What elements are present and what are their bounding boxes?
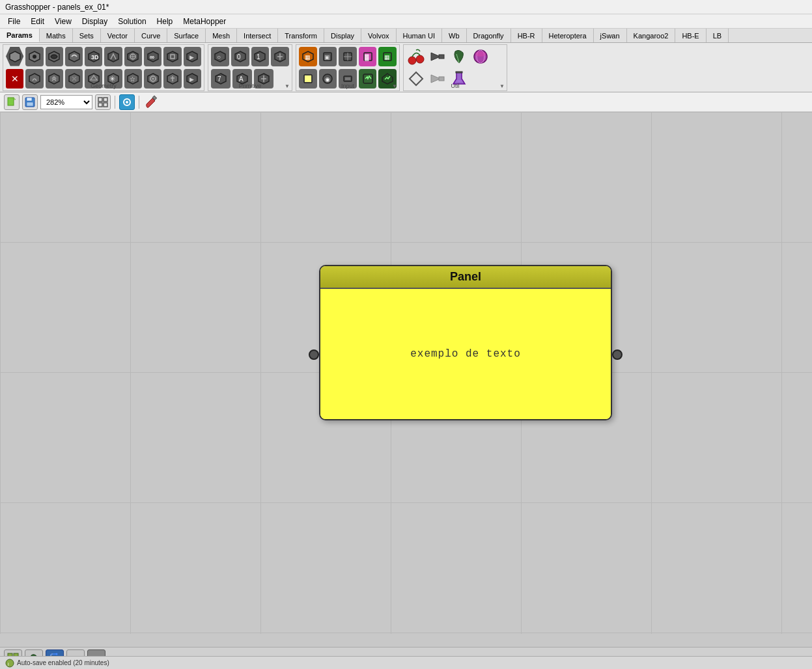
svg-text:▶: ▶ bbox=[189, 54, 194, 61]
tab-heteroptera[interactable]: Heteroptera bbox=[542, 29, 594, 42]
input-icon-4[interactable]: ▓ bbox=[359, 47, 377, 66]
tab-surface[interactable]: Surface bbox=[167, 29, 206, 42]
panel-input-connector[interactable] bbox=[309, 349, 319, 360]
app-title: Grasshopper - panels_ex_01* bbox=[5, 3, 109, 12]
gh-panel-wrapper: Panel exemplo de texto bbox=[319, 265, 612, 420]
svg-point-67 bbox=[416, 55, 424, 63]
svg-marker-5 bbox=[69, 51, 79, 62]
paint-button[interactable] bbox=[143, 94, 159, 110]
svg-rect-58 bbox=[305, 75, 311, 82]
tab-kangaroo2[interactable]: Kangaroo2 bbox=[627, 29, 676, 42]
gh-panel-body[interactable]: exemplo de texto bbox=[320, 289, 611, 419]
geom-icon-4[interactable] bbox=[65, 47, 83, 66]
main-toolbar: 3D ∞ ▶ ✕ bbox=[0, 43, 812, 92]
prim-icon-4[interactable] bbox=[271, 47, 289, 66]
view-button[interactable] bbox=[119, 94, 135, 110]
svg-text:i: i bbox=[8, 661, 9, 667]
svg-rect-84 bbox=[98, 103, 102, 107]
svg-point-4 bbox=[51, 55, 57, 59]
svg-rect-75 bbox=[439, 77, 444, 81]
tab-bar: Params Maths Sets Vector Curve Surface M… bbox=[0, 29, 812, 43]
geom-icon-2[interactable] bbox=[25, 47, 43, 66]
menu-metahopper[interactable]: MetaHopper bbox=[178, 16, 231, 27]
tab-humanui[interactable]: Human UI bbox=[397, 29, 443, 42]
primitive-group: ○ 0 1 7 A Primitive ▼ bbox=[208, 44, 292, 91]
svg-rect-61 bbox=[344, 76, 352, 81]
util-icon-leaf[interactable] bbox=[449, 47, 469, 66]
tab-volvox[interactable]: Volvox bbox=[361, 29, 396, 42]
tab-curve[interactable]: Curve bbox=[135, 29, 167, 42]
prim-icon-2[interactable]: 0 bbox=[231, 47, 249, 66]
geom-icon-8[interactable]: ∞ bbox=[144, 47, 161, 66]
tab-display[interactable]: Display bbox=[324, 29, 361, 42]
util-icon-arrow[interactable] bbox=[428, 47, 447, 66]
svg-rect-81 bbox=[27, 102, 33, 106]
svg-text:3D: 3D bbox=[91, 54, 99, 61]
gh-panel-component[interactable]: Panel exemplo de texto bbox=[319, 265, 612, 444]
geom-icon-10[interactable]: ▶ bbox=[184, 47, 201, 66]
svg-text:◉: ◉ bbox=[325, 76, 330, 83]
input-icon-1[interactable]: ▦ bbox=[299, 47, 317, 66]
prim-icon-3[interactable]: 1 bbox=[251, 47, 270, 66]
util-icon-cherry[interactable] bbox=[406, 47, 426, 66]
panel-output-connector[interactable] bbox=[612, 349, 623, 360]
menu-file[interactable]: File bbox=[3, 16, 25, 27]
svg-marker-15 bbox=[167, 51, 178, 62]
svg-point-2 bbox=[33, 55, 36, 59]
geom-icon-1[interactable] bbox=[6, 47, 23, 66]
svg-rect-69 bbox=[439, 55, 444, 59]
svg-text:▣: ▣ bbox=[324, 54, 330, 61]
geometry-group-label: Geometry bbox=[3, 83, 204, 89]
geom-icon-5[interactable]: 3D bbox=[85, 47, 102, 66]
separator-2 bbox=[139, 96, 139, 109]
tab-maths[interactable]: Maths bbox=[40, 29, 73, 42]
save-button[interactable] bbox=[22, 94, 38, 110]
menu-view[interactable]: View bbox=[49, 16, 77, 27]
svg-text:▦: ▦ bbox=[384, 54, 390, 61]
tab-jswan[interactable]: jSwan bbox=[594, 29, 627, 42]
input-icon-3[interactable] bbox=[339, 47, 357, 66]
menu-display[interactable]: Display bbox=[77, 16, 113, 27]
menu-help[interactable]: Help bbox=[152, 16, 178, 27]
menu-bar: File Edit View Display Solution Help Met… bbox=[0, 14, 812, 29]
prim-icon-1[interactable]: ○ bbox=[211, 47, 229, 66]
svg-point-72 bbox=[475, 51, 486, 57]
zoom-select[interactable]: 282% 100% 50% 200% bbox=[40, 95, 92, 109]
input-icon-2[interactable]: ▣ bbox=[319, 47, 337, 66]
input-icon-5[interactable]: ▦ bbox=[378, 47, 397, 66]
tab-intersect[interactable]: Intersect bbox=[237, 29, 278, 42]
tab-hbr[interactable]: HB-R bbox=[511, 29, 542, 42]
util-icon-ball[interactable] bbox=[471, 47, 490, 66]
new-file-button[interactable] bbox=[4, 94, 20, 110]
tab-wb[interactable]: Wb bbox=[442, 29, 467, 42]
tab-hbe[interactable]: HB-E bbox=[675, 29, 706, 42]
util-group-label: Util bbox=[404, 83, 507, 89]
svg-text:○: ○ bbox=[217, 53, 221, 61]
tab-sets[interactable]: Sets bbox=[73, 29, 101, 42]
svg-text:✳: ✳ bbox=[109, 75, 115, 83]
menu-edit[interactable]: Edit bbox=[25, 16, 49, 27]
zoom-fit-button[interactable] bbox=[95, 94, 111, 110]
tab-lb[interactable]: LB bbox=[707, 29, 729, 42]
svg-marker-0 bbox=[10, 51, 20, 62]
tab-mesh[interactable]: Mesh bbox=[206, 29, 237, 42]
tab-vector[interactable]: Vector bbox=[101, 29, 135, 42]
primitive-group-label: Primitive bbox=[208, 83, 292, 89]
svg-rect-83 bbox=[104, 98, 107, 102]
geom-icon-9[interactable] bbox=[163, 47, 181, 66]
svg-text:▶: ▶ bbox=[189, 76, 194, 83]
tab-dragonfly[interactable]: Dragonfly bbox=[467, 29, 511, 42]
input-group: ▦ ▣ ▓ ▦ ◉ bbox=[296, 44, 400, 91]
tab-transform[interactable]: Transform bbox=[278, 29, 324, 42]
canvas-toolbar: 282% 100% 50% 200% bbox=[0, 92, 812, 112]
tab-params[interactable]: Params bbox=[0, 29, 40, 42]
svg-text:▓: ▓ bbox=[365, 54, 369, 61]
canvas-area[interactable]: Panel exemplo de texto bbox=[0, 112, 812, 634]
svg-text:∞: ∞ bbox=[150, 53, 154, 61]
menu-solution[interactable]: Solution bbox=[113, 16, 151, 27]
geom-icon-7[interactable] bbox=[124, 47, 142, 66]
svg-text:A: A bbox=[239, 75, 244, 83]
geom-icon-3[interactable] bbox=[46, 47, 63, 66]
geom-icon-6[interactable] bbox=[104, 47, 122, 66]
status-icon: i bbox=[5, 659, 14, 668]
